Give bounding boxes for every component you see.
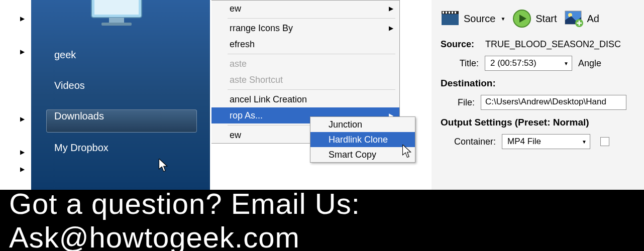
output-settings-heading: Output Settings (Preset: Normal) (441, 113, 644, 131)
start-menu-item-videos[interactable]: Videos (31, 75, 210, 96)
submenu-arrow-icon: ▶ (20, 115, 25, 122)
dropdown-caret-icon: ▼ (564, 61, 569, 66)
toolbar: Source ▼ Start Ad (441, 0, 644, 36)
context-menu-panel: ew▶ rrange Icons By▶ efresh aste aste Sh… (210, 0, 430, 190)
start-menu-item-geek[interactable]: geek (31, 44, 210, 66)
file-label: File: (455, 97, 475, 108)
play-icon (512, 9, 531, 28)
dropdown-caret-icon: ▼ (500, 16, 505, 22)
start-menu-panel: ▶ ▶ ▶ ▶ ▶ geek Videos Downloads My Dropb… (0, 0, 210, 190)
svg-rect-8 (449, 12, 450, 14)
svg-rect-9 (452, 12, 453, 14)
svg-point-13 (568, 13, 572, 17)
container-combo[interactable]: MP4 File ▼ (502, 134, 590, 149)
submenu-item-smart-copy[interactable]: Smart Copy (310, 147, 415, 162)
svg-rect-4 (442, 13, 459, 25)
file-input[interactable]: C:\Users\Andrew\Desktop\Hand (481, 95, 626, 110)
dropdown-caret-icon: ▼ (582, 139, 587, 145)
svg-rect-10 (455, 12, 456, 14)
start-menu-left-column: ▶ ▶ ▶ ▶ ▶ (0, 0, 31, 190)
computer-icon (81, 0, 152, 30)
submenu-arrow-icon: ▶ (20, 149, 25, 156)
menu-item-refresh[interactable]: efresh (210, 36, 399, 52)
container-label: Container: (446, 137, 496, 147)
submenu-item-junction[interactable]: Junction (310, 117, 415, 132)
svg-rect-1 (94, 0, 139, 15)
cursor-icon (159, 159, 171, 176)
submenu-arrow-icon: ▶ (389, 1, 393, 17)
angle-label: Angle (578, 58, 601, 69)
source-button-label: Source (464, 13, 495, 25)
menu-item-arrange-icons[interactable]: rrange Icons By▶ (210, 20, 399, 36)
start-menu-item-downloads[interactable]: Downloads (31, 105, 210, 127)
svg-rect-7 (446, 12, 447, 14)
footer-text: Got a question? Email Us: Ask@howtogeek.… (9, 187, 644, 251)
menu-separator (228, 18, 395, 19)
start-menu-item-my-dropbox[interactable]: My Dropbox (31, 137, 210, 159)
svg-rect-2 (109, 18, 124, 23)
menu-separator (228, 54, 395, 54)
submenu-item-hardlink-clone[interactable]: Hardlink Clone (310, 132, 415, 147)
menu-item-view[interactable]: ew▶ (210, 1, 399, 17)
start-menu-right-column: geek Videos Downloads My Dropbox (31, 0, 210, 190)
menu-separator (228, 89, 395, 90)
menu-item-paste: aste (210, 56, 399, 72)
svg-rect-3 (101, 23, 132, 26)
destination-heading: Destination: (441, 74, 644, 92)
footer-banner: Got a question? Email Us: Ask@howtogeek.… (0, 190, 644, 251)
menu-item-cancel-link-creation[interactable]: ancel Link Creation (210, 91, 399, 107)
film-icon (441, 9, 460, 28)
menu-item-paste-shortcut: aste Shortcut (210, 72, 399, 88)
handbrake-panel: Source ▼ Start Ad Source: TRUE_BLOOD_SEA… (430, 0, 644, 190)
svg-rect-6 (443, 12, 444, 14)
start-button-label: Start (535, 13, 557, 25)
add-button-label: Ad (587, 13, 599, 25)
add-button[interactable]: Ad (564, 9, 599, 28)
picture-add-icon (564, 9, 583, 28)
submenu-arrow-icon: ▶ (20, 15, 25, 22)
submenu-arrow-icon: ▶ (389, 20, 393, 36)
title-combo[interactable]: 2 (00:57:53) ▼ (485, 56, 572, 71)
container-combo-value: MP4 File (507, 137, 541, 147)
start-button[interactable]: Start (512, 9, 557, 28)
checkbox[interactable] (600, 137, 609, 146)
source-value: TRUE_BLOOD_SEASON2_DISC (485, 39, 621, 50)
title-label: Title: (455, 58, 479, 69)
submenu-arrow-icon: ▶ (20, 48, 25, 55)
source-label: Source: (441, 39, 474, 50)
title-combo-value: 2 (00:57:53) (490, 58, 536, 68)
submenu-arrow-icon: ▶ (20, 166, 25, 173)
source-button[interactable]: Source ▼ (441, 9, 505, 28)
context-submenu: Junction Hardlink Clone Smart Copy (310, 116, 415, 163)
